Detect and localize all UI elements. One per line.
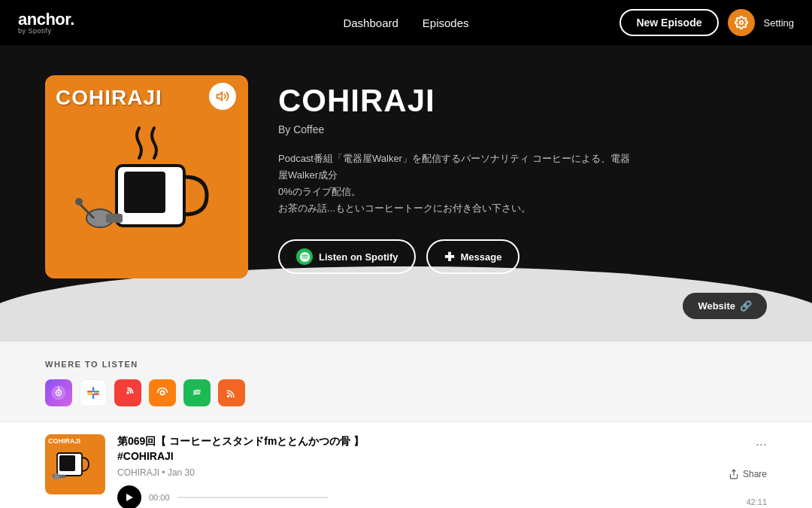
episode-time-current: 00:00 xyxy=(149,493,170,502)
website-button[interactable]: Website 🔗 xyxy=(683,293,767,319)
description-line1: Podcast番組「電器屋Walker」を配信するパーソナリティ コーヒーによる… xyxy=(278,153,630,181)
svg-rect-2 xyxy=(124,172,165,213)
episode-item: COHIRAJI 第069回【 コーヒーとスタンドfmととんかつの骨 】#COH… xyxy=(0,422,812,508)
cover-art-svg xyxy=(71,113,222,263)
platform-pocket-casts[interactable] xyxy=(114,379,141,406)
episode-thumb-art xyxy=(53,442,98,487)
share-button[interactable]: Share xyxy=(729,469,767,479)
svg-point-20 xyxy=(161,392,164,395)
svg-marker-29 xyxy=(126,494,133,501)
spotify-icon xyxy=(296,248,313,265)
navbar: anchor. by Spotify Dashboard Episodes Ne… xyxy=(0,0,812,45)
listen-on-spotify-button[interactable]: Listen on Spotify xyxy=(278,239,416,274)
svg-rect-12 xyxy=(87,391,92,393)
new-episode-button[interactable]: New Episode xyxy=(620,9,718,36)
message-button[interactable]: ✚ Message xyxy=(426,239,520,274)
episode-meta: COHIRAJI • Jan 30 xyxy=(117,467,717,478)
nav-dashboard[interactable]: Dashboard xyxy=(343,17,398,29)
logo-name: anchor. xyxy=(18,11,74,28)
cover-sound-icon xyxy=(209,83,236,110)
podcast-description: Podcast番組「電器屋Walker」を配信するパーソナリティ コーヒーによる… xyxy=(278,151,639,217)
podcast-title: COHIRAJI xyxy=(278,83,767,119)
platform-google-podcasts[interactable] xyxy=(80,379,107,406)
podcast-info: COHIRAJI By Coffee Podcast番組「電器屋Walker」を… xyxy=(278,75,767,297)
svg-point-23 xyxy=(227,395,230,398)
svg-rect-15 xyxy=(94,394,99,395)
link-icon: 🔗 xyxy=(740,300,752,312)
svg-point-9 xyxy=(58,392,60,394)
podcast-author: By Coffee xyxy=(278,123,767,135)
platform-apple-podcasts[interactable] xyxy=(45,379,72,406)
share-icon xyxy=(729,469,739,479)
nav-links: Dashboard Episodes xyxy=(343,17,468,29)
svg-point-0 xyxy=(739,21,743,25)
play-icon xyxy=(125,493,134,502)
episode-section: COHIRAJI 第069回【 コーヒーとスタンドfmととんかつの骨 】#COH… xyxy=(0,421,812,508)
where-to-listen-section: WHERE TO LISTEN xyxy=(0,342,812,421)
episode-duration: 42:11 xyxy=(746,497,767,506)
settings-icon[interactable] xyxy=(728,9,755,36)
svg-point-17 xyxy=(126,392,129,395)
episode-controls: 00:00 xyxy=(117,485,717,508)
nav-episodes[interactable]: Episodes xyxy=(423,17,469,29)
svg-rect-25 xyxy=(59,455,75,471)
website-label: Website xyxy=(698,300,735,312)
platform-overcast[interactable] xyxy=(149,379,176,406)
cover-title-text: COHIRAJI xyxy=(56,86,162,110)
message-label: Message xyxy=(460,251,501,263)
nav-right: New Episode Setting xyxy=(620,9,794,36)
platform-spotify[interactable] xyxy=(183,379,211,406)
logo-subtitle: by Spotify xyxy=(18,28,74,35)
description-line3: お茶のみ話...もといコーヒートークにお付き合い下さい。 xyxy=(278,202,531,214)
svg-point-21 xyxy=(189,386,204,400)
listen-label: Listen on Spotify xyxy=(319,251,398,263)
more-options-button[interactable]: ··· xyxy=(756,437,767,451)
platform-icons-list xyxy=(45,379,767,406)
logo: anchor. by Spotify xyxy=(18,11,74,35)
episode-channel: COHIRAJI xyxy=(117,467,159,478)
svg-rect-13 xyxy=(94,391,99,393)
platform-rss[interactable] xyxy=(218,379,245,406)
gear-icon xyxy=(735,16,748,29)
episode-thumbnail: COHIRAJI xyxy=(45,434,105,494)
svg-point-6 xyxy=(75,198,83,205)
episode-progress-bar[interactable] xyxy=(177,497,328,498)
hero-section: COHIRAJI xyxy=(0,45,812,342)
episode-thumb-text: COHIRAJI xyxy=(48,437,80,445)
podcast-cover: COHIRAJI xyxy=(45,75,248,278)
play-button[interactable] xyxy=(117,485,141,508)
svg-rect-14 xyxy=(87,394,92,395)
action-buttons: Listen on Spotify ✚ Message xyxy=(278,239,767,274)
svg-rect-27 xyxy=(59,475,65,478)
settings-label[interactable]: Setting xyxy=(764,17,794,29)
where-to-listen-title: WHERE TO LISTEN xyxy=(45,360,767,369)
episode-date: Jan 30 xyxy=(168,467,195,478)
svg-rect-4 xyxy=(106,214,123,223)
share-label: Share xyxy=(743,469,767,479)
episode-details: 第069回【 コーヒーとスタンドfmととんかつの骨 】#COHIRAJI COH… xyxy=(105,434,729,508)
episode-right: ··· Share 42:11 xyxy=(729,434,767,508)
message-plus-icon: ✚ xyxy=(444,250,454,264)
description-line2: 0%のライブ配信。 xyxy=(278,186,361,197)
episode-title: 第069回【 コーヒーとスタンドfmととんかつの骨 】#COHIRAJI xyxy=(117,434,717,464)
